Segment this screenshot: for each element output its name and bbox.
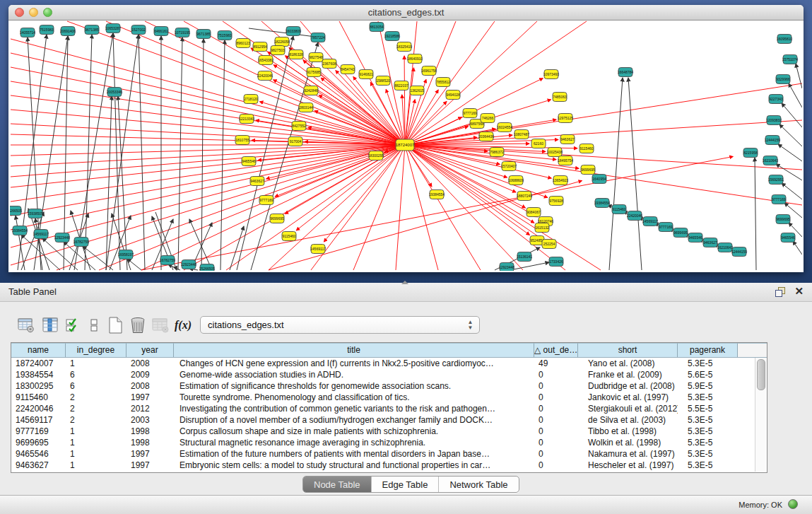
table-cell[interactable]: 2003 [126,414,174,426]
table-cell[interactable]: Tibbo et al. (1998) [578,426,678,437]
table-cell[interactable]: 5.9E-5 [678,380,738,392]
table-cell[interactable]: 0 [534,403,578,414]
table-cell[interactable]: 9465546 [11,448,66,460]
function-builder-button[interactable]: f(x) [172,315,194,335]
tab-node-table[interactable]: Node Table [303,477,371,492]
table-cell[interactable]: 5.3E-5 [678,358,738,369]
table-cell[interactable]: Structural magnetic resonance image aver… [174,437,534,448]
table-cell[interactable]: 0 [534,369,578,380]
table-cell[interactable]: 1 [66,460,126,471]
table-cell[interactable]: 1 [66,426,126,437]
table-cell[interactable]: 5.3E-5 [678,437,738,448]
table-cell[interactable]: 1 [66,358,126,369]
table-row[interactable]: 1872400712008Changes of HCN gene express… [11,358,767,369]
table-row[interactable]: 946554611997Estimation of the future num… [11,448,767,460]
table-scrollbar[interactable] [755,358,766,472]
table-cell[interactable]: Dudbridge et al. (2008) [578,380,678,392]
table-cell[interactable]: Tourette syndrome. Phenomenology and cla… [174,392,534,403]
zoom-window-button[interactable] [43,8,52,17]
column-header-out_de[interactable]: △ out_de… [534,343,578,357]
table-cell[interactable]: Hescheler et al. (1997) [578,460,678,471]
attribute-table[interactable]: namein_degreeyeartitle△ out_de…shortpage… [11,342,767,473]
window-titlebar[interactable]: citations_edges.txt [8,5,804,21]
table-cell[interactable]: 5.3E-5 [678,426,738,437]
show-columns-button[interactable] [40,315,61,335]
table-cell[interactable]: 1998 [126,426,174,437]
delete-table-button[interactable] [150,315,171,335]
table-cell[interactable]: Wolkin et al. (1998) [578,437,678,448]
table-cell[interactable]: 49 [534,358,578,369]
table-cell[interactable]: 18724007 [11,358,66,369]
table-cell[interactable]: 1997 [126,448,174,460]
table-cell[interactable]: 1 [66,448,126,460]
table-selector-dropdown[interactable]: citations_edges.txt ▲▼ [200,316,480,334]
table-cell[interactable]: 5.3E-5 [678,460,738,471]
column-header-short[interactable]: short [578,343,678,357]
table-cell[interactable]: 5.3E-5 [678,448,738,460]
table-cell[interactable]: 9463627 [11,460,66,471]
table-body[interactable]: 1872400712008Changes of HCN gene express… [11,358,767,471]
column-header-title[interactable]: title [174,343,534,357]
minimize-window-button[interactable] [29,8,38,17]
table-cell[interactable]: 5.3E-5 [678,414,738,426]
network-graph[interactable]: 1405571475159832069140696713851065328715… [10,21,802,271]
table-header-row[interactable]: namein_degreeyeartitle△ out_de…shortpage… [11,343,767,358]
table-row[interactable]: 977716911998Corpus callosum shape and si… [11,426,767,437]
table-cell[interactable]: Disruption of a novel member of a sodium… [174,414,534,426]
table-cell[interactable]: Jankovic et al. (1997) [578,392,678,403]
tab-network-table[interactable]: Network Table [438,477,518,492]
row-height-button[interactable] [83,315,105,335]
table-cell[interactable]: 0 [534,448,578,460]
column-header-in_degree[interactable]: in_degree [66,343,126,357]
table-cell[interactable]: 19384554 [11,369,66,380]
table-cell[interactable]: Genome-wide association studies in ADHD. [174,369,534,380]
table-cell[interactable]: 9699695 [11,437,66,448]
column-header-pagerank[interactable]: pagerank [678,343,738,357]
table-cell[interactable]: 0 [534,392,578,403]
table-cell[interactable]: 2008 [126,380,174,392]
tab-edge-table[interactable]: Edge Table [371,477,439,492]
panel-resize-handle[interactable] [401,281,408,284]
float-panel-icon[interactable] [775,287,785,297]
delete-attribute-button[interactable] [127,315,148,335]
network-view-window[interactable]: citations_edges.txt 14055714751598320691… [8,5,804,272]
close-panel-icon[interactable]: ✕ [794,285,804,298]
table-row[interactable]: 911546021997Tourette syndrome. Phenomeno… [11,392,767,403]
table-cell[interactable]: 14569117 [11,414,66,426]
table-cell[interactable]: 5.6E-5 [678,369,738,380]
table-cell[interactable]: 2 [66,392,126,403]
table-cell[interactable]: Estimation of significance thresholds fo… [174,380,534,392]
table-row[interactable]: 969969511998Structural magnetic resonanc… [11,437,767,448]
table-cell[interactable]: 2008 [126,358,174,369]
table-cell[interactable]: 1997 [126,460,174,471]
table-cell[interactable]: 2012 [126,403,174,414]
table-cell[interactable]: 6 [66,380,126,392]
scrollbar-thumb[interactable] [757,359,765,390]
table-cell[interactable]: Yano et al. (2008) [578,358,678,369]
table-cell[interactable]: Investigating the contribution of common… [174,403,534,414]
table-cell[interactable]: 1997 [126,392,174,403]
table-cell[interactable]: 1998 [126,437,174,448]
table-cell[interactable]: 5.3E-5 [678,392,738,403]
table-row[interactable]: 2242004622012Investigating the contribut… [11,403,767,414]
table-cell[interactable]: 9777169 [11,426,66,437]
table-cell[interactable]: Estimation of the future numbers of pati… [174,448,534,460]
new-table-button[interactable] [105,315,126,335]
table-cell[interactable]: 5.5E-5 [678,403,738,414]
table-cell[interactable]: 18300295 [11,380,66,392]
table-cell[interactable]: Stergiakouli et al. (2012) [578,403,678,414]
table-cell[interactable]: de Silva et al. (2003) [578,414,678,426]
table-cell[interactable]: Nakamura et al. (1997) [578,448,678,460]
table-cell[interactable]: Changes of HCN gene expression and I(f) … [174,358,534,369]
table-cell[interactable]: 2009 [126,369,174,380]
table-row[interactable]: 946362711997Embryonic stem cells: a mode… [11,460,767,471]
table-cell[interactable]: Corpus callosum shape and size in male p… [174,426,534,437]
table-cell[interactable]: 0 [534,380,578,392]
table-row[interactable]: 1938455462009Genome-wide association stu… [11,369,767,380]
table-settings-button[interactable] [16,315,37,335]
table-cell[interactable]: 6 [66,369,126,380]
table-cell[interactable]: 2 [66,403,126,414]
column-header-year[interactable]: year [126,343,174,357]
table-cell[interactable]: Embryonic stem cells: a model to study s… [174,460,534,471]
table-cell[interactable]: 9115460 [11,392,66,403]
